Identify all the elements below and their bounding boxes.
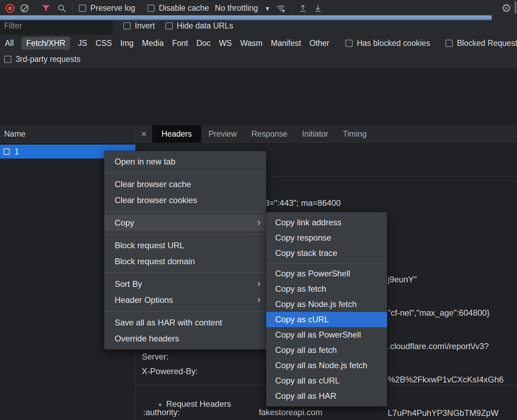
throttling-value: No throttling [215,3,258,13]
invert-checkbox[interactable]: Invert [123,21,155,31]
wrapped-line: %2B%2FkxwP1vCXcKsI4xGh6 [388,373,503,387]
type-filter-ws[interactable]: WS [218,37,232,50]
close-detail-button[interactable]: × [136,128,152,140]
type-filter-other[interactable]: Other [309,37,330,50]
type-filter-media[interactable]: Media [141,37,165,50]
checkbox-box [4,56,11,63]
checkbox-box [147,5,155,12]
submenu-item-copy-all-as-powershell[interactable]: Copy all as PowerShell [266,327,387,342]
menu-item-block-request-url[interactable]: Block request URL [104,237,266,253]
search-icon [57,3,67,13]
preserve-log-checkbox[interactable]: Preserve log [79,3,135,13]
submenu-arrow-icon: › [257,277,261,289]
menu-separator [104,273,266,273]
menu-item-header-options[interactable]: Header Options › [104,292,266,308]
submenu-item-copy-as-powershell[interactable]: Copy as PowerShell [266,266,387,281]
record-icon [6,4,15,13]
toolbar-divider [34,4,35,13]
submenu-item-copy-response[interactable]: Copy response [266,230,387,245]
tab-preview[interactable]: Preview [201,125,244,143]
type-filter-doc[interactable]: Doc [196,37,211,50]
checkbox-box [79,5,86,12]
submenu-arrow-icon: › [257,216,261,228]
type-filter-js[interactable]: JS [77,37,88,50]
menu-item-clear-browser-cookies[interactable]: Clear browser cookies [104,192,266,208]
submenu-item-copy-link-address[interactable]: Copy link address [266,215,387,230]
wrapped-line: j9eunY" [388,273,503,286]
detail-tab-bar: × Headers Preview Response Initiator Tim… [136,125,517,143]
tab-response[interactable]: Response [244,125,295,143]
menu-item-copy-label: Copy [115,218,134,228]
menu-item-copy[interactable]: Copy › [104,215,266,231]
type-filter-manifest[interactable]: Manifest [270,37,302,50]
disable-cache-checkbox[interactable]: Disable cache [147,3,209,13]
toolbar-divider [73,4,73,13]
checkbox-box [123,22,131,30]
menu-separator [104,211,266,212]
submenu-item-copy-as-curl[interactable]: Copy as cURL [266,312,387,327]
export-har-button[interactable] [313,4,322,13]
submenu-item-copy-all-as-har[interactable]: Copy all as HAR [266,388,387,404]
type-filter-img[interactable]: Img [120,37,134,50]
clear-icon [20,4,28,12]
scrollbar-thumb[interactable] [515,1,516,14]
menu-item-sort-by-label: Sort By [115,279,142,289]
header-name-authority: :authority: [143,407,180,417]
menu-item-open-in-new-tab[interactable]: Open in new tab [104,154,266,170]
hide-data-urls-label: Hide data URLs [177,21,233,31]
hide-data-urls-checkbox[interactable]: Hide data URLs [165,21,233,31]
collapse-triangle-icon: ▼ [157,402,163,408]
record-button[interactable] [6,4,15,13]
has-blocked-cookies-label: Has blocked cookies [357,39,430,48]
submenu-item-copy-all-as-fetch[interactable]: Copy all as fetch [266,342,387,358]
header-value-fragment: 3=":443"; ma=86400 [265,198,341,208]
request-row-checkbox[interactable] [3,148,10,155]
tab-initiator[interactable]: Initiator [295,125,335,143]
search-button[interactable] [57,3,67,13]
menu-item-clear-browser-cache[interactable]: Clear browser cache [104,176,266,192]
wrapped-header-value: j9eunY" "cf-nel","max_age":604800} .clou… [388,253,503,420]
type-filter-font[interactable]: Font [171,37,189,50]
submenu-item-copy-as-fetch[interactable]: Copy as fetch [266,281,387,297]
settings-button[interactable]: ⚙ [501,2,511,14]
menu-item-override-headers[interactable]: Override headers [104,331,266,347]
wrapped-line: .cloudflare.com\/report\/v3? [388,339,503,353]
copy-submenu: Copy link address Copy response Copy sta… [266,212,387,406]
has-blocked-cookies-checkbox[interactable]: Has blocked cookies [345,39,430,48]
request-name: 1 [15,147,19,156]
wrapped-line: L7uPh4PuhYP3NGbTM9ZpW [388,406,503,420]
menu-separator [266,263,387,264]
wrapped-line: "cf-nel","max_age":604800} [388,306,503,320]
tab-timing[interactable]: Timing [336,125,374,143]
throttling-select[interactable]: No throttling ▾ [215,3,269,13]
type-filter-css[interactable]: CSS [95,37,113,50]
submenu-item-copy-all-as-curl[interactable]: Copy all as cURL [266,373,387,388]
tab-headers[interactable]: Headers [152,125,201,143]
submenu-item-copy-as-nodejs-fetch[interactable]: Copy as Node.js fetch [266,297,387,312]
blocked-requests-checkbox[interactable]: Blocked Requests [445,39,517,48]
menu-item-block-request-domain[interactable]: Block request domain [104,253,266,269]
name-column-header[interactable]: Name [0,125,135,143]
network-conditions-button[interactable] [275,3,286,13]
preserve-log-label: Preserve log [90,3,135,13]
clear-button[interactable] [20,4,28,12]
third-party-requests-checkbox[interactable]: 3rd-party requests [4,55,81,64]
header-name-server: Server: [142,352,169,362]
third-party-filter-row: 3rd-party requests [0,51,517,67]
type-filter-fetch-xhr[interactable]: Fetch/XHR [22,37,70,50]
overview-waterfall-stripe [0,19,492,20]
blocked-requests-label: Blocked Requests [457,39,517,48]
overview-waterfall-bar[interactable] [0,15,492,19]
submenu-item-copy-all-as-nodejs-fetch[interactable]: Copy all as Node.js fetch [266,358,387,373]
submenu-item-copy-stack-trace[interactable]: Copy stack trace [266,245,387,261]
toolbar-divider [141,4,141,13]
type-filter-wasm[interactable]: Wasm [239,37,263,50]
disable-cache-label: Disable cache [159,3,209,13]
menu-item-sort-by[interactable]: Sort By › [104,276,266,292]
funnel-icon [41,3,51,13]
menu-item-header-options-label: Header Options [115,295,173,305]
menu-item-save-all-as-har[interactable]: Save all as HAR with content [104,315,266,331]
type-filter-all[interactable]: All [4,37,15,50]
filter-toggle-button[interactable] [41,3,51,13]
import-har-button[interactable] [298,4,307,13]
